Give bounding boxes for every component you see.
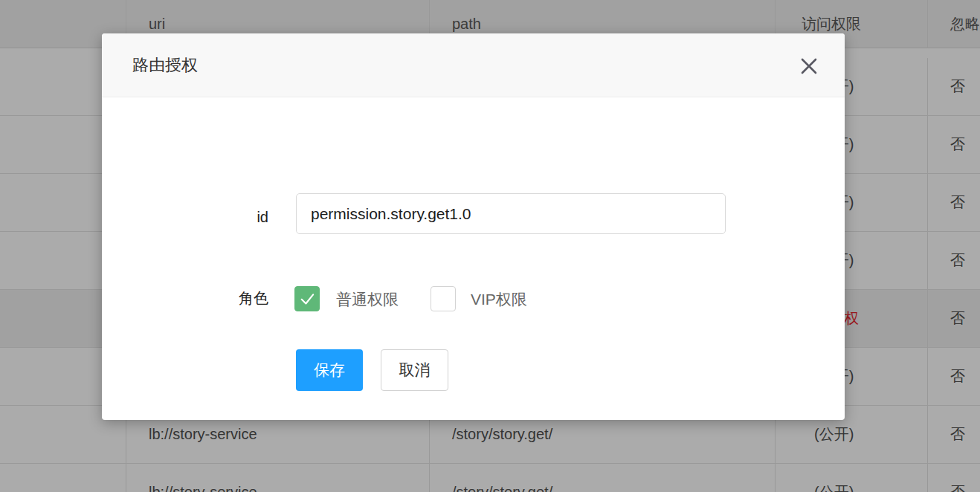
role-field-label: 角色 (194, 288, 268, 308)
checkbox-vip-permission-label[interactable]: VIP权限 (471, 289, 527, 310)
checkbox-normal-permission-label[interactable]: 普通权限 (336, 289, 399, 310)
close-icon[interactable] (799, 56, 819, 76)
modal-header: 路由授权 (102, 33, 845, 97)
modal-body: id 角色 普通权限 VIP权限 保存 取消 (102, 97, 845, 421)
route-auth-modal: 路由授权 id 角色 普通权限 VIP权限 保存 取消 (102, 33, 845, 420)
id-input[interactable] (296, 193, 726, 234)
checkbox-normal-permission[interactable] (294, 286, 320, 311)
page: uri path 访问权限 忽略 lb://story-service/stor… (0, 0, 980, 492)
checkbox-vip-permission[interactable] (431, 286, 456, 311)
id-field-label: id (194, 209, 268, 226)
cancel-button[interactable]: 取消 (381, 349, 448, 391)
modal-title: 路由授权 (132, 33, 198, 97)
save-button[interactable]: 保存 (296, 349, 363, 391)
